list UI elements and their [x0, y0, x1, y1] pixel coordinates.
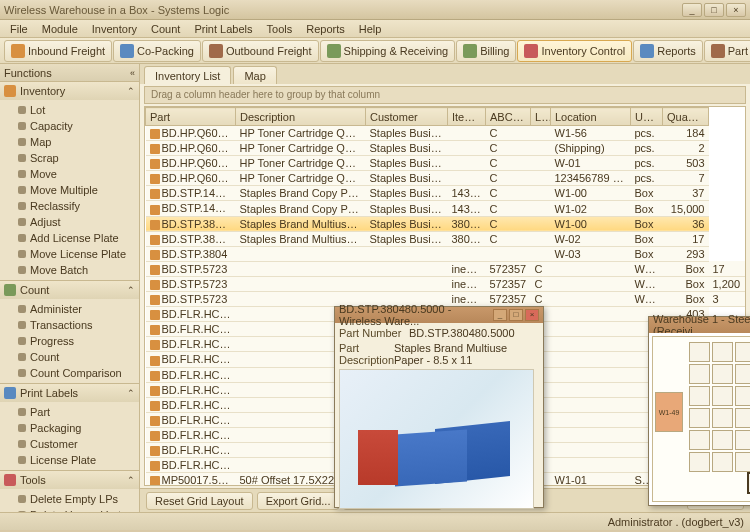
column-part[interactable]: Part — [146, 108, 236, 126]
menu-count[interactable]: Count — [145, 21, 186, 37]
cell: BD.FLR.HC61 — [146, 458, 236, 473]
location-cell[interactable] — [735, 430, 750, 450]
column-description[interactable]: Description — [236, 108, 366, 126]
table-row[interactable]: BD.STP.5723iness D...572357CW-03Box1,200 — [146, 276, 746, 291]
location-cell[interactable] — [689, 342, 710, 362]
column-location[interactable]: Location — [551, 108, 631, 126]
table-row[interactable]: BD.STP.380480.5000Staples Brand Multiuse… — [146, 216, 746, 231]
floor-plan[interactable]: W1-49 W2-XX W1-XX — [652, 336, 750, 502]
part-detail-popup[interactable]: BD.STP.380480.5000 - Wireless Ware... _ … — [334, 306, 544, 508]
sidebar-item-scrap[interactable]: Scrap — [0, 150, 139, 166]
group-by-area[interactable]: Drag a column header here to group by th… — [144, 86, 746, 104]
sidebar-item-adjust[interactable]: Adjust — [0, 214, 139, 230]
location-cell[interactable] — [712, 452, 733, 472]
location-cell[interactable] — [735, 364, 750, 384]
location-cell[interactable] — [712, 342, 733, 362]
sidebar-item-reclassify[interactable]: Reclassify — [0, 198, 139, 214]
sidebar-item-packaging[interactable]: Packaging — [0, 420, 139, 436]
sidebar-item-delete-unused-lots[interactable]: Delete Unused Lots — [0, 507, 139, 512]
table-row[interactable]: BD.STP.3804W-03Box293 — [146, 246, 746, 261]
table-row[interactable]: BD.HP.Q6000AHP Toner Cartridge Q6000ASta… — [146, 126, 746, 141]
table-row[interactable]: BD.STP.5723iness D...572357CW-02Box17 — [146, 261, 746, 276]
location-cell[interactable] — [712, 364, 733, 384]
table-row[interactable]: BD.STP.14336.5000Staples Brand Copy Pape… — [146, 186, 746, 201]
sidebar-item-administer[interactable]: Administer — [0, 301, 139, 317]
location-cell[interactable] — [735, 408, 750, 428]
sidebar-item-progress[interactable]: Progress — [0, 333, 139, 349]
sidebar-item-add-license-plate[interactable]: Add License Plate — [0, 230, 139, 246]
location-cell[interactable] — [689, 408, 710, 428]
popup-titlebar[interactable]: Warehouse 1 - Steel: W1-00 (Receivi... _… — [649, 317, 750, 333]
toolbar-co-packing[interactable]: Co-Packing — [113, 40, 201, 62]
warehouse-map-popup[interactable]: Warehouse 1 - Steel: W1-00 (Receivi... _… — [648, 316, 750, 506]
sidebar-item-move-batch[interactable]: Move Batch — [0, 262, 139, 278]
location-cell[interactable] — [712, 430, 733, 450]
menu-reports[interactable]: Reports — [300, 21, 351, 37]
table-row[interactable]: BD.HP.Q6000AHP Toner Cartridge Q6000ASta… — [146, 171, 746, 186]
sidebar-item-transactions[interactable]: Transactions — [0, 317, 139, 333]
sidebar-item-move-license-plate[interactable]: Move License Plate — [0, 246, 139, 262]
location-cell[interactable] — [689, 386, 710, 406]
sidebar-item-customer[interactable]: Customer — [0, 436, 139, 452]
table-row[interactable]: BD.HP.Q6000AHP Toner Cartridge Q6000ASta… — [146, 141, 746, 156]
location-cell[interactable] — [712, 408, 733, 428]
sidebar-collapse-icon[interactable]: « — [130, 68, 135, 78]
menu-tools[interactable]: Tools — [261, 21, 299, 37]
popup-titlebar[interactable]: BD.STP.380480.5000 - Wireless Ware... _ … — [335, 307, 543, 323]
menu-print-labels[interactable]: Print Labels — [188, 21, 258, 37]
item-label: Lot — [30, 104, 45, 116]
sidebar-item-lot[interactable]: Lot — [0, 102, 139, 118]
table-row[interactable]: BD.STP.14336.5000Staples Brand Copy Pape… — [146, 201, 746, 216]
sidebar-item-capacity[interactable]: Capacity — [0, 118, 139, 134]
sidebar-item-map[interactable]: Map — [0, 134, 139, 150]
sidebar-item-part[interactable]: Part — [0, 404, 139, 420]
location-cell[interactable] — [735, 386, 750, 406]
popup-max-button[interactable]: □ — [509, 309, 523, 321]
location-cell[interactable] — [689, 430, 710, 450]
toolbar-shipping-receiving[interactable]: Shipping & Receiving — [320, 40, 456, 62]
column-lot[interactable]: Lot — [531, 108, 551, 126]
export-grid-button[interactable]: Export Grid... — [257, 492, 340, 510]
menu-inventory[interactable]: Inventory — [86, 21, 143, 37]
location-cell[interactable] — [689, 452, 710, 472]
column-uom[interactable]: UOM — [631, 108, 663, 126]
panel-print-labels[interactable]: Print Labels⌃ — [0, 384, 139, 402]
sidebar-item-move[interactable]: Move — [0, 166, 139, 182]
menu-help[interactable]: Help — [353, 21, 388, 37]
table-row[interactable]: BD.STP.380480.5000Staples Brand Multiuse… — [146, 231, 746, 246]
column-abc-code[interactable]: ABC Code — [486, 108, 531, 126]
sidebar-item-count[interactable]: Count — [0, 349, 139, 365]
sidebar-item-delete-empty-lps[interactable]: Delete Empty LPs — [0, 491, 139, 507]
toolbar-billing[interactable]: Billing — [456, 40, 516, 62]
column-quantity[interactable]: Quantity — [663, 108, 709, 126]
location-cell[interactable] — [689, 364, 710, 384]
tab-map[interactable]: Map — [233, 66, 276, 84]
tab-inventory-list[interactable]: Inventory List — [144, 66, 231, 84]
location-w1-49[interactable]: W1-49 — [655, 392, 683, 432]
sidebar-item-count-comparison[interactable]: Count Comparison — [0, 365, 139, 381]
table-row[interactable]: BD.HP.Q6000AHP Toner Cartridge Q6000ASta… — [146, 156, 746, 171]
toolbar-part-master[interactable]: Part Master — [704, 40, 750, 62]
toolbar-inbound-freight[interactable]: Inbound Freight — [4, 40, 112, 62]
panel-inventory[interactable]: Inventory⌃ — [0, 82, 139, 100]
toolbar-reports[interactable]: Reports — [633, 40, 703, 62]
sidebar-item-license-plate[interactable]: License Plate — [0, 452, 139, 468]
popup-close-button[interactable]: × — [525, 309, 539, 321]
location-cell[interactable] — [735, 342, 750, 362]
column-item-[interactable]: Item # — [448, 108, 486, 126]
menu-module[interactable]: Module — [36, 21, 84, 37]
panel-tools[interactable]: Tools⌃ — [0, 471, 139, 489]
column-customer[interactable]: Customer — [366, 108, 448, 126]
toolbar-inventory-control[interactable]: Inventory Control — [517, 40, 632, 62]
window-min-button[interactable]: _ — [682, 3, 702, 17]
panel-count[interactable]: Count⌃ — [0, 281, 139, 299]
window-close-button[interactable]: × — [726, 3, 746, 17]
location-cell[interactable] — [712, 386, 733, 406]
menu-file[interactable]: File — [4, 21, 34, 37]
sidebar-item-move-multiple[interactable]: Move Multiple — [0, 182, 139, 198]
location-cell[interactable] — [735, 452, 750, 472]
reset-grid-button[interactable]: Reset Grid Layout — [146, 492, 253, 510]
toolbar-outbound-freight[interactable]: Outbound Freight — [202, 40, 319, 62]
window-max-button[interactable]: □ — [704, 3, 724, 17]
popup-min-button[interactable]: _ — [493, 309, 507, 321]
